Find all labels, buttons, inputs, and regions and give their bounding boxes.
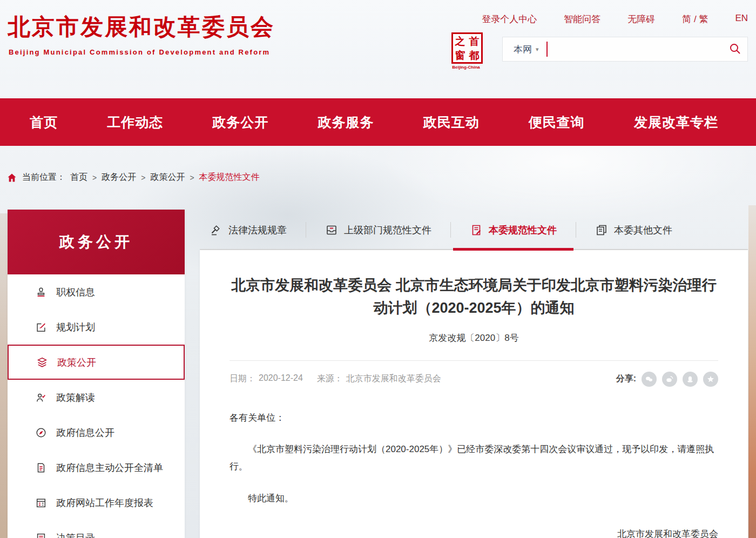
sidebar-item-label: 决策目录 — [56, 532, 95, 538]
sidebar-title: 政务公开 — [59, 232, 133, 252]
breadcrumb-home[interactable]: 首页 — [70, 172, 87, 183]
person-check-icon — [35, 392, 48, 404]
sidebar-item-planning[interactable]: 规划计划 — [8, 310, 185, 345]
edit-icon — [35, 321, 48, 333]
sidebar-item-policy-interpretation[interactable]: 政策解读 — [8, 380, 185, 415]
layers-icon — [36, 357, 49, 368]
document-icon — [35, 532, 48, 538]
article-signature: 北京市发展和改革委员会 — [230, 526, 718, 538]
search-input[interactable] — [553, 38, 723, 60]
background-photo-right-strip — [748, 205, 756, 538]
seal-char: 都 — [467, 48, 481, 62]
breadcrumb: 当前位置： 首页 > 政务公开 > 政策公开 > 本委规范性文件 — [6, 172, 260, 183]
star-icon — [706, 375, 715, 384]
tab-committee-normative-documents[interactable]: 本委规范性文件 — [450, 211, 576, 249]
login-personal-center-link[interactable]: 登录个人中心 — [482, 13, 537, 25]
sidebar-item-policy-disclosure[interactable]: 政策公开 — [8, 345, 185, 380]
english-link[interactable]: EN — [735, 13, 748, 25]
article-body: 各有关单位： 《北京市塑料污染治理行动计划（2020-2025年）》已经市委深改… — [230, 409, 718, 538]
article-meta: 日期： 2020-12-24 来源： 北京市发展和改革委员会 — [230, 373, 441, 385]
nav-item-convenient-query[interactable]: 便民查询 — [529, 113, 585, 131]
nav-item-government-affairs[interactable]: 政务公开 — [212, 113, 268, 131]
top-utility-links: 登录个人中心 智能问答 无障碍 简 / 繁 EN — [482, 13, 748, 25]
seal-char: 首 — [467, 34, 481, 48]
document-number: 京发改规〔2020〕8号 — [230, 332, 718, 344]
seal-caption: Beijing-China — [448, 65, 484, 70]
sidebar-item-decision-catalog[interactable]: 决策目录 — [8, 520, 185, 538]
main-navigation: 首页 工作动态 政务公开 政务服务 政民互动 便民查询 发展改革专栏 — [0, 98, 756, 146]
sidebar-item-website-annual-report[interactable]: 政府网站工作年度报表 — [8, 485, 185, 520]
search-divider — [546, 42, 548, 57]
seal-char: 之 — [453, 34, 467, 48]
documents-copy-icon — [595, 224, 608, 237]
tab-label: 法律法规规章 — [228, 224, 287, 237]
breadcrumb-location-label: 当前位置： — [22, 172, 65, 183]
sidebar-item-government-info-disclosure[interactable]: 政府信息公开 — [8, 415, 185, 450]
tab-superior-normative-documents[interactable]: 上级部门规范性文件 — [306, 211, 450, 249]
document-list-icon — [35, 462, 48, 474]
gavel-icon — [210, 224, 222, 237]
share-qq-button[interactable] — [683, 372, 698, 387]
article-source: 北京市发展和改革委员会 — [346, 373, 441, 385]
sidebar-item-label: 政策解读 — [56, 391, 95, 404]
sidebar-header: 政务公开 — [8, 210, 185, 274]
stamp-icon — [35, 286, 48, 298]
breadcrumb-zhengce-gongkai[interactable]: 政策公开 — [150, 172, 185, 183]
sidebar-item-authority-info[interactable]: 职权信息 — [8, 274, 185, 310]
nav-item-public-interaction[interactable]: 政民互动 — [423, 113, 480, 131]
site-logo-title[interactable]: 北京市发展和改革委员会 — [8, 12, 275, 42]
compass-icon — [35, 427, 48, 439]
page: 北京市发展和改革委员会 Beijing Municipal Commission… — [0, 0, 756, 538]
article-salutation: 各有关单位： — [230, 409, 718, 427]
seal-char: 窗 — [453, 48, 467, 62]
share-weibo-button[interactable] — [662, 372, 677, 387]
search-scope-selector[interactable]: 本网 ▾ — [503, 43, 546, 56]
breadcrumb-zhengwu-gongkai[interactable]: 政务公开 — [102, 172, 136, 183]
report-table-icon — [35, 497, 48, 509]
inbox-icon — [325, 224, 338, 237]
share-bar: 分享: — [616, 372, 718, 387]
article-meta-row: 日期： 2020-12-24 来源： 北京市发展和改革委员会 分享: — [230, 360, 718, 387]
page-title: 北京市发展和改革委员会 北京市生态环境局关于印发北京市塑料污染治理行动计划（20… — [230, 274, 718, 320]
breadcrumb-separator: > — [190, 173, 194, 182]
sidebar-item-proactive-disclosure-list[interactable]: 政府信息主动公开全清单 — [8, 450, 185, 485]
sidebar-item-label: 政府信息公开 — [56, 426, 114, 439]
simplified-traditional-toggle[interactable]: 简 / 繁 — [682, 13, 708, 25]
smart-qa-link[interactable]: 智能问答 — [564, 13, 600, 25]
sidebar-item-label: 职权信息 — [56, 286, 95, 299]
search-button[interactable] — [723, 37, 747, 61]
article-panel: 北京市发展和改革委员会 北京市生态环境局关于印发北京市塑料污染治理行动计划（20… — [200, 250, 748, 538]
accessibility-link[interactable]: 无障碍 — [627, 13, 655, 25]
sidebar-item-label: 政府网站工作年度报表 — [56, 496, 153, 509]
breadcrumb-current: 本委规范性文件 — [199, 172, 260, 183]
capital-window-seal-logo[interactable]: 之 首 窗 都 — [451, 32, 483, 64]
nav-item-work-news[interactable]: 工作动态 — [107, 113, 163, 131]
site-search-box: 本网 ▾ — [502, 37, 748, 62]
article-date: 2020-12-24 — [259, 373, 303, 385]
qq-icon — [686, 375, 694, 384]
nav-item-reform-special[interactable]: 发展改革专栏 — [634, 113, 718, 131]
document-category-tabs: 法律法规规章 上级部门规范性文件 本委规范性文件 本委其他文件 — [200, 211, 748, 250]
site-logo-subtitle: Beijing Municipal Commission of Developm… — [9, 48, 270, 56]
weibo-icon — [665, 375, 674, 384]
search-scope-label: 本网 — [514, 43, 532, 56]
nav-item-government-services[interactable]: 政务服务 — [318, 113, 374, 131]
wechat-icon — [645, 375, 653, 384]
share-label: 分享: — [616, 373, 636, 385]
share-favorite-button[interactable] — [703, 372, 718, 387]
tab-committee-other-documents[interactable]: 本委其他文件 — [576, 211, 691, 249]
sidebar-item-label: 规划计划 — [56, 321, 95, 334]
tab-laws-regulations[interactable]: 法律法规规章 — [200, 211, 306, 249]
background-photo-left-strip — [0, 213, 8, 538]
breadcrumb-separator: > — [141, 173, 145, 182]
article-paragraph: 特此通知。 — [230, 490, 718, 507]
sidebar: 政务公开 职权信息 规划计划 政策公开 政策解读 — [8, 210, 185, 538]
date-label: 日期： — [230, 373, 255, 385]
tab-label: 上级部门规范性文件 — [344, 224, 431, 237]
nav-item-home[interactable]: 首页 — [30, 113, 58, 131]
source-label: 来源： — [317, 373, 343, 385]
share-wechat-button[interactable] — [642, 372, 657, 387]
sidebar-item-label: 政府信息主动公开全清单 — [56, 461, 163, 474]
chevron-down-icon: ▾ — [536, 46, 539, 53]
search-icon — [728, 42, 741, 57]
